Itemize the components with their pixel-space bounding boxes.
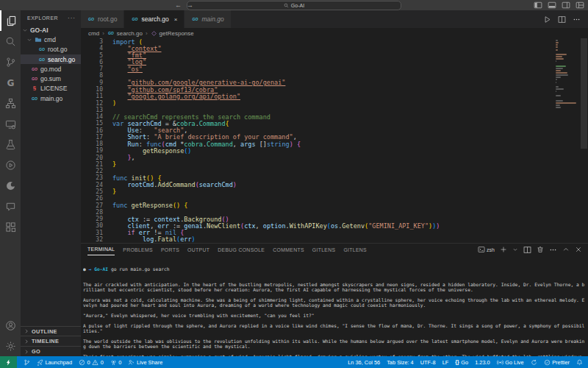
prompt-arrow-icon: → [89, 266, 92, 272]
toggle-panel-icon[interactable] [548, 1, 556, 10]
tree-item-main-go[interactable]: GOmain.go [21, 93, 81, 103]
activity-comments[interactable] [0, 196, 21, 216]
activity-testing[interactable] [0, 134, 21, 155]
activity-accounts[interactable] [0, 315, 21, 336]
breadcrumb-search.go[interactable]: GOsearch.go [107, 30, 143, 37]
toggle-primary-sidebar-icon[interactable] [534, 1, 542, 10]
panel-tab-output[interactable]: OUTPUT [187, 244, 209, 255]
status-eol[interactable]: LF [442, 359, 449, 366]
vscode-window: ← → Go-AI G EXPLORER ··· GO-AIcmdGOroot.… [0, 0, 588, 368]
status-go-version[interactable]: 1.23.0 [475, 359, 490, 366]
status-tab-size[interactable]: Tab Size: 4 [387, 359, 414, 366]
go-file-icon: GO [87, 17, 95, 21]
source-control-icon [5, 57, 16, 68]
line-number: 11 [81, 93, 112, 99]
close-icon[interactable]: × [174, 16, 178, 23]
code-editor[interactable]: 3import (4 "context"5 "fmt"6 "log"7 "os"… [81, 38, 588, 243]
command-center[interactable]: Go-AI [187, 1, 401, 10]
tab-main-go[interactable]: GOmain.go [184, 10, 231, 28]
panel-tab-gitlens[interactable]: GITLENS [312, 244, 336, 255]
more-actions-icon[interactable] [549, 246, 557, 254]
minimap[interactable] [556, 40, 578, 109]
tab-search-go[interactable]: GOsearch.go× [124, 10, 184, 28]
status-launchpad[interactable]: Launchpad [37, 359, 72, 366]
chevron-right-icon [24, 328, 29, 334]
status-problems[interactable]: 00 [79, 359, 104, 366]
panel-tab-gitlens[interactable]: GITLENS [343, 244, 367, 255]
toggle-secondary-sidebar-icon[interactable] [562, 1, 570, 10]
activity-bar: G [0, 10, 21, 356]
status-prettier[interactable]: Prettier [544, 359, 570, 366]
status-cursor-position[interactable]: Ln 36, Col 56 [348, 359, 380, 366]
line-number: 21 [81, 161, 112, 168]
status-live-share[interactable]: Live Share [128, 359, 162, 366]
tree-item-search-go[interactable]: GOsearch.go [21, 54, 81, 64]
checkcircle-icon [544, 359, 551, 366]
activity-gitlens[interactable]: G [0, 72, 21, 93]
split-editor-icon[interactable] [558, 15, 566, 24]
activity-gemini[interactable] [0, 175, 21, 196]
sidebar-section-timeline[interactable]: TIMELINE [21, 336, 81, 346]
activity-search[interactable] [0, 31, 21, 52]
status-encoding[interactable]: UTF-8 [420, 359, 436, 366]
shell-selector[interactable]: zsh [478, 246, 495, 253]
code-line: 10 "github.com/spf13/cobra" [81, 86, 588, 93]
new-terminal-icon[interactable] [500, 246, 507, 253]
tree-item-go-ai[interactable]: GO-AI [21, 25, 81, 35]
sidebar-section-go[interactable]: GO [21, 346, 81, 356]
tree-item-go-mod[interactable]: GOgo.mod [21, 64, 81, 74]
license-icon: § [31, 85, 38, 91]
panel-tab-problems[interactable]: PROBLEMS [123, 244, 153, 255]
tree-item-label: LICENSE [40, 85, 67, 92]
code-line: 27func getResponse() { [81, 202, 588, 208]
settings-icon [5, 341, 16, 352]
tree-item-cmd[interactable]: cmd [21, 35, 81, 44]
panel-tab-terminal[interactable]: TERMINAL [87, 244, 115, 255]
code-line: 5 "fmt" [81, 52, 588, 59]
terminal-output[interactable]: ● → Go-AI go run main.go search The air … [83, 256, 587, 356]
kill-terminal-icon[interactable] [537, 246, 544, 253]
activity-org-chart[interactable] [0, 93, 21, 113]
status-remote[interactable] [0, 356, 17, 368]
activity-remote-explorer[interactable] [0, 113, 21, 134]
tab-root-go[interactable]: GOroot.go [81, 10, 124, 28]
tree-item-root-go[interactable]: GOroot.go [21, 45, 81, 54]
sidebar-title: EXPLORER [27, 15, 58, 21]
customize-layout-icon[interactable] [576, 1, 584, 10]
nav-back-icon[interactable]: ← [175, 1, 182, 9]
go-mod-icon: GO [31, 77, 38, 81]
more-actions-icon[interactable] [573, 15, 581, 24]
close-panel-icon[interactable] [575, 246, 582, 253]
line-number: 26 [81, 195, 112, 202]
status-gitlens-graph[interactable] [24, 359, 30, 366]
line-number: 7 [81, 66, 112, 72]
status-sync[interactable] [531, 359, 537, 366]
split-terminal-icon[interactable] [523, 246, 531, 254]
line-number: 3 [81, 38, 112, 45]
panel-tab-debug-console[interactable]: DEBUG CONSOLE [218, 244, 265, 255]
tree-item-go-sum[interactable]: GOgo.sum [21, 74, 81, 83]
editor-scrollbar[interactable] [580, 38, 588, 243]
status-ports[interactable]: 0 [110, 359, 122, 366]
activity-explorer[interactable] [0, 10, 21, 31]
activity-source-control[interactable] [0, 52, 21, 72]
sidebar-section-outline[interactable]: OUTLINE [21, 326, 81, 336]
activity-run-tool[interactable] [0, 155, 21, 175]
run-file-icon[interactable] [543, 15, 551, 24]
panel-tab-comments[interactable]: COMMENTS [273, 244, 304, 255]
status-notifications[interactable] [576, 359, 583, 366]
line-number: 5 [81, 52, 112, 59]
status-go-live[interactable]: Go Live [497, 359, 524, 366]
tree-item-license[interactable]: §LICENSE [21, 84, 81, 93]
activity-settings[interactable] [0, 336, 21, 356]
launch-profile-icon[interactable] [512, 247, 518, 252]
status-language-mode[interactable]: {}Go [455, 359, 468, 366]
nav-forward-icon[interactable]: → [187, 1, 193, 9]
more-actions-icon[interactable]: ··· [68, 15, 76, 21]
breadcrumb-getResponse[interactable]: getResponse [151, 30, 194, 37]
scrollbar-slider[interactable] [581, 38, 587, 149]
breadcrumb-cmd[interactable]: cmd [88, 30, 99, 37]
maximize-panel-icon[interactable] [562, 246, 570, 253]
panel-tab-ports[interactable]: PORTS [161, 244, 179, 255]
activity-extensions[interactable] [0, 216, 21, 237]
